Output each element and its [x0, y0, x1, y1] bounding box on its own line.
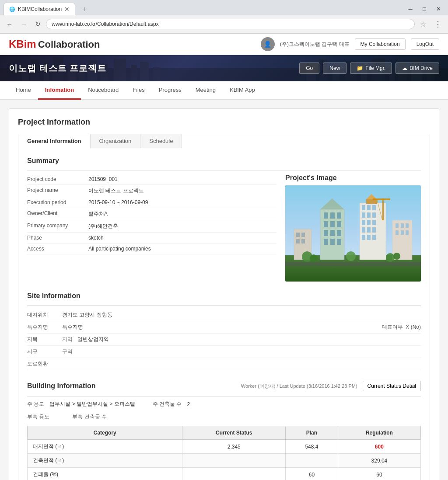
summary-header: Summary [27, 157, 421, 165]
svg-rect-50 [324, 230, 328, 236]
field-label: Project name [27, 187, 88, 195]
cell-regulation: 600 [338, 440, 420, 454]
summary-layout: Project code 201509_001 Project name 이노랩… [27, 174, 421, 282]
tab-progress[interactable]: Progress [152, 81, 189, 100]
tab-kbimapp[interactable]: KBIM App [223, 81, 262, 100]
svg-rect-35 [372, 220, 376, 225]
current-status-detail-button[interactable]: Current Status Detail [363, 381, 421, 391]
field-value: All participating companies [88, 246, 151, 252]
project-image-section: Project's Image [285, 174, 421, 282]
field-label: Phase [27, 235, 88, 241]
tab-home[interactable]: Home [9, 81, 38, 100]
avatar: 👤 [261, 37, 275, 51]
new-tab-button[interactable]: + [79, 3, 90, 15]
svg-rect-33 [362, 220, 365, 225]
field-value: 경기도 고양시 장항동 [62, 311, 112, 319]
app-header: KBim Collaboration 👤 (주)코스펙이노랩 김구택 대표 My… [0, 34, 448, 55]
project-banner: 이노랩 테스트 프로젝트 Go New 📁 File Mgr. ☁ BIM Dr… [0, 55, 448, 81]
svg-rect-38 [372, 227, 376, 233]
cell-regulation: 329.04 [338, 454, 420, 468]
field-label: 특수지명 [27, 323, 62, 331]
cell-current [182, 454, 286, 468]
cell-plan [286, 454, 338, 468]
browser-chrome: 🌐 KBIMCollaboration ✕ + ─ □ ✕ ← → ↻ ☆ ⋮ [0, 0, 448, 34]
svg-rect-25 [285, 262, 421, 266]
cell-plan: 548.4 [286, 440, 338, 454]
meta-label-4: 부속 건축물 수 [72, 413, 107, 421]
logo-collaboration: Collaboration [38, 39, 100, 50]
restore-button[interactable]: □ [418, 3, 430, 15]
forward-button[interactable]: → [18, 19, 30, 29]
user-info: (주)코스펙이노랩 김구택 대표 [280, 41, 350, 48]
meta-label-2: 부속 용도 [27, 413, 49, 421]
tab-close-icon[interactable]: ✕ [64, 6, 70, 13]
worker-info: Worker (여창재) / Last Update (3/16/2016 1:… [241, 383, 357, 390]
svg-rect-52 [337, 230, 341, 236]
window-controls: ─ □ ✕ [404, 3, 444, 15]
building-meta: 주 용도 업무시설 > 일반업무시설 > 오피스텔 주 건축물 수 2 [27, 400, 421, 408]
svg-rect-54 [330, 239, 335, 245]
minimize-button[interactable]: ─ [404, 3, 416, 15]
logo-kbim: KBim [9, 38, 36, 50]
tab-organization[interactable]: Organization [91, 134, 141, 148]
file-mgr-button[interactable]: 📁 File Mgr. [350, 63, 392, 74]
svg-rect-29 [372, 205, 376, 210]
svg-rect-41 [372, 235, 376, 240]
menu-icon[interactable]: ⋮ [431, 18, 444, 30]
site-info-header: Site Information [27, 292, 421, 300]
svg-point-72 [393, 253, 400, 260]
svg-rect-76 [373, 198, 390, 200]
meta-label-1: 주 용도 [27, 400, 44, 408]
my-collaboration-button[interactable]: My Collaboration [355, 38, 406, 50]
folder-icon: 📁 [357, 65, 363, 71]
refresh-button[interactable]: ↻ [32, 19, 43, 29]
new-button[interactable]: New [323, 63, 346, 74]
sub-tabs: General Information Organization Schedul… [18, 134, 430, 148]
svg-rect-36 [362, 227, 365, 233]
address-bar[interactable] [46, 19, 415, 29]
cell-current: 2,345 [182, 440, 286, 454]
svg-rect-63 [401, 223, 404, 228]
logout-button[interactable]: LogOut [411, 38, 439, 50]
list-item: Project code 201509_001 [27, 174, 276, 185]
field-value: 구역 [62, 348, 76, 355]
tab-noticeboard[interactable]: Noticeboard [81, 81, 126, 100]
nav-tabs: Home Infomation Noticeboard Files Progre… [0, 81, 448, 100]
field-value: 201509_001 [88, 176, 118, 182]
tab-information[interactable]: Infomation [38, 81, 81, 100]
browser-tab[interactable]: 🌐 KBIMCollaboration ✕ [4, 3, 75, 15]
svg-rect-32 [372, 212, 376, 218]
go-button[interactable]: Go [299, 63, 319, 74]
field-value: 지역 일반상업지역 [62, 336, 109, 343]
app-logo: KBim Collaboration [9, 38, 100, 50]
svg-rect-44 [324, 212, 328, 219]
cell-category: 건폐율 (%) [28, 468, 182, 480]
svg-rect-75 [382, 198, 384, 220]
svg-rect-46 [337, 212, 341, 219]
bim-drive-button[interactable]: ☁ BIM Drive [396, 63, 439, 74]
list-item: Execution period 2015-09-10 ~ 2016-09-09 [27, 197, 276, 208]
svg-rect-27 [362, 205, 365, 210]
sub-tab-content: Summary Project code 201509_001 Project … [18, 148, 430, 480]
bookmark-icon[interactable]: ☆ [417, 19, 429, 30]
cloud-icon: ☁ [402, 65, 407, 71]
content-panel: Project Information General Information … [9, 108, 439, 480]
rep-value: X (No) [406, 324, 421, 330]
tab-meeting[interactable]: Meeting [189, 81, 223, 100]
close-button[interactable]: ✕ [432, 3, 444, 15]
field-value: (주)해안건축 [88, 223, 118, 230]
rep-label: 대표여부 [382, 324, 403, 330]
field-label: 도로현황 [27, 360, 62, 368]
tab-schedule[interactable]: Schedule [140, 134, 182, 148]
list-item: Phase sketch [27, 233, 276, 243]
back-button[interactable]: ← [4, 19, 15, 29]
svg-rect-62 [396, 223, 399, 228]
tab-files[interactable]: Files [126, 81, 151, 100]
svg-rect-64 [406, 223, 409, 228]
browser-navbar: ← → ↻ ☆ ⋮ [0, 15, 448, 33]
table-header-category: Category [28, 426, 182, 440]
tab-general-information[interactable]: General Information [18, 134, 91, 149]
building-illustration [285, 185, 421, 282]
list-item: 지목 지역 일반상업지역 [27, 334, 421, 346]
list-item: 대지위치 경기도 고양시 장항동 [27, 309, 421, 321]
